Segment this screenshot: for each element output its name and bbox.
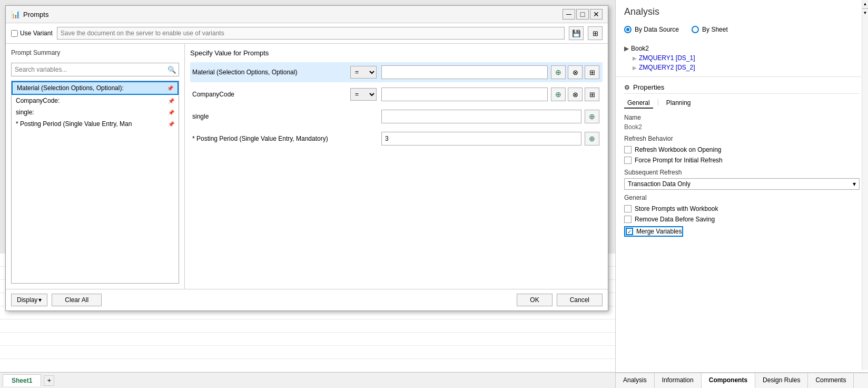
prompt-select-button[interactable]: ⊕ bbox=[585, 132, 599, 146]
data-source-tree: ▶ Book2 ▶ZMQUERY1 [DS_1]▶ZMQUERY2 [DS_2] bbox=[616, 40, 868, 77]
prompt-more-button[interactable]: ⊗ bbox=[568, 65, 583, 79]
minimize-button[interactable]: ─ bbox=[563, 9, 575, 20]
tree-child-label: ZMQUERY2 [DS_2] bbox=[639, 64, 695, 71]
right-scrollbar: ▲ ▼ bbox=[862, 0, 868, 370]
prompt-select-button[interactable]: ⊕ bbox=[551, 88, 566, 101]
sheet1-tab[interactable]: Sheet1 bbox=[3, 374, 41, 386]
prompt-list-item[interactable]: Material (Selection Options, Optional):📌 bbox=[12, 81, 179, 95]
prompt-list-item[interactable]: CompanyCode:📌 bbox=[12, 95, 179, 106]
pin-icon: 📌 bbox=[168, 98, 174, 104]
tree-expand-icon: ▶ bbox=[633, 65, 637, 71]
prompt-list-item[interactable]: * Posting Period (Single Value Entry, Ma… bbox=[12, 118, 179, 130]
subsequent-refresh-label: Subsequent Refresh bbox=[624, 169, 860, 176]
prompt-more-icon: ⊗ bbox=[573, 91, 578, 99]
force-prompt-checkbox[interactable]: Force Prompt for Initial Refresh bbox=[624, 155, 860, 166]
search-input[interactable] bbox=[12, 64, 165, 75]
prompt-select-icon: ⊕ bbox=[589, 112, 595, 121]
prompt-row: CompanyCode = ⊕ ⊗⊞ bbox=[190, 84, 603, 104]
prompt-more-button[interactable]: ⊗ bbox=[568, 88, 583, 101]
tab-general[interactable]: General bbox=[624, 98, 653, 109]
prompt-eq-cell: = bbox=[350, 66, 379, 79]
properties-header: ⚙ Properties bbox=[624, 81, 860, 94]
prompt-extra-icon: ⊞ bbox=[589, 91, 595, 99]
subsequent-refresh-dropdown[interactable]: Transaction Data Only ▾ bbox=[624, 178, 860, 190]
force-prompt-box bbox=[624, 157, 632, 164]
prompt-select-icon: ⊕ bbox=[555, 68, 561, 76]
add-sheet-button[interactable]: + bbox=[44, 375, 54, 386]
analysis-tab-analysis[interactable]: Analysis bbox=[616, 373, 655, 388]
variant-bar: Use Variant 💾 ⊞ bbox=[6, 23, 608, 44]
prompt-eq-select[interactable]: = bbox=[350, 88, 377, 101]
prompt-list-item[interactable]: single:📌 bbox=[12, 106, 179, 118]
dialog-content: Prompt Summary 🔍 Material (Selection Opt… bbox=[6, 44, 608, 289]
dialog-titlebar: 📊 Prompts ─ □ ✕ bbox=[6, 6, 608, 23]
variant-save-button[interactable]: 💾 bbox=[569, 26, 584, 40]
tree-children: ▶ZMQUERY1 [DS_1]▶ZMQUERY2 [DS_2] bbox=[624, 53, 860, 72]
refresh-workbook-checkbox[interactable]: Refresh Workbook on Opening bbox=[624, 144, 860, 155]
prompt-value-input[interactable] bbox=[381, 88, 548, 101]
pin-icon: 📌 bbox=[168, 110, 174, 115]
prompt-item-label: * Posting Period (Single Value Entry, Ma… bbox=[16, 120, 132, 128]
analysis-tab-design-rules[interactable]: Design Rules bbox=[755, 373, 808, 388]
pin-icon: 📌 bbox=[168, 121, 174, 127]
tab-planning[interactable]: Planning bbox=[663, 98, 694, 109]
prompts-icon: 📊 bbox=[11, 10, 20, 18]
prompt-list: Material (Selection Options, Optional):📌… bbox=[11, 81, 179, 284]
scroll-down-button[interactable]: ▼ bbox=[862, 8, 868, 17]
prompt-row: single ⊕ bbox=[190, 106, 603, 127]
dialog-title-area: 📊 Prompts bbox=[11, 10, 48, 18]
tree-root-expand[interactable]: ▶ bbox=[624, 45, 629, 52]
scroll-up-button[interactable]: ▲ bbox=[862, 0, 868, 8]
analysis-tab-comments[interactable]: Comments bbox=[808, 373, 854, 388]
prompt-row-label: CompanyCode bbox=[192, 91, 350, 98]
merge-variables-checkbox[interactable]: ✓ Merge Variables bbox=[624, 225, 860, 238]
prompt-value-input[interactable] bbox=[381, 65, 548, 79]
prompt-eq-select[interactable]: = bbox=[350, 66, 377, 79]
specify-label: Specify Value for Prompts bbox=[190, 49, 603, 57]
by-data-source-circle bbox=[624, 26, 632, 33]
dialog-controls: ─ □ ✕ bbox=[563, 9, 603, 20]
by-data-source-radio[interactable]: By Data Source bbox=[624, 26, 679, 33]
prompt-eq-cell: = bbox=[350, 88, 379, 101]
ok-button[interactable]: OK bbox=[517, 294, 552, 306]
store-prompts-box bbox=[624, 205, 632, 212]
by-sheet-circle bbox=[692, 26, 699, 33]
prompt-row-label: * Posting Period (Single Value Entry, Ma… bbox=[192, 135, 350, 142]
prompt-summary-label: Prompt Summary bbox=[11, 49, 179, 56]
prompt-select-button[interactable]: ⊕ bbox=[551, 65, 566, 79]
prompt-select-button[interactable]: ⊕ bbox=[585, 110, 599, 123]
general-section-label: General bbox=[624, 194, 860, 201]
by-sheet-radio[interactable]: By Sheet bbox=[692, 26, 728, 33]
prompt-extra-button[interactable]: ⊞ bbox=[585, 65, 599, 79]
tree-root: ▶ Book2 bbox=[624, 44, 860, 53]
properties-title: Properties bbox=[633, 83, 664, 91]
store-prompts-checkbox[interactable]: Store Prompts with Workbook bbox=[624, 203, 860, 214]
tree-child-item[interactable]: ▶ZMQUERY2 [DS_2] bbox=[633, 63, 860, 72]
search-button[interactable]: 🔍 bbox=[165, 63, 179, 76]
maximize-button[interactable]: □ bbox=[576, 9, 589, 20]
cancel-button[interactable]: Cancel bbox=[557, 294, 603, 306]
analysis-panel: Analysis By Data Source By Sheet ▶ Book2… bbox=[615, 0, 868, 388]
analysis-bottom-tabs: AnalysisInformationComponentsDesign Rule… bbox=[616, 372, 868, 388]
remove-data-checkbox[interactable]: Remove Data Before Saving bbox=[624, 214, 860, 225]
close-button[interactable]: ✕ bbox=[590, 9, 603, 20]
left-panel: Prompt Summary 🔍 Material (Selection Opt… bbox=[6, 44, 185, 289]
analysis-tab-information[interactable]: Information bbox=[655, 373, 702, 388]
analysis-tab-components[interactable]: Components bbox=[702, 373, 755, 388]
tree-child-item[interactable]: ▶ZMQUERY1 [DS_1] bbox=[633, 53, 860, 63]
clear-all-button[interactable]: Clear All bbox=[52, 294, 102, 306]
prompt-value-input[interactable] bbox=[381, 132, 581, 146]
use-variant-checkbox[interactable]: Use Variant bbox=[11, 30, 53, 37]
remove-data-label: Remove Data Before Saving bbox=[635, 216, 715, 223]
name-value: Book2 bbox=[624, 123, 860, 131]
prompt-extra-button[interactable]: ⊞ bbox=[585, 88, 599, 101]
variant-manage-button[interactable]: ⊞ bbox=[588, 26, 603, 40]
variant-check-input[interactable] bbox=[11, 30, 18, 37]
prompt-more-icon: ⊗ bbox=[573, 69, 578, 76]
prompt-value-input[interactable] bbox=[381, 110, 581, 123]
variant-input[interactable] bbox=[57, 27, 565, 40]
prompt-item-label: CompanyCode: bbox=[16, 97, 60, 104]
display-button[interactable]: Display ▾ bbox=[11, 294, 47, 306]
right-panel: Specify Value for Prompts Material (Sele… bbox=[185, 44, 608, 289]
subsequent-refresh-value: Transaction Data Only bbox=[628, 180, 691, 188]
